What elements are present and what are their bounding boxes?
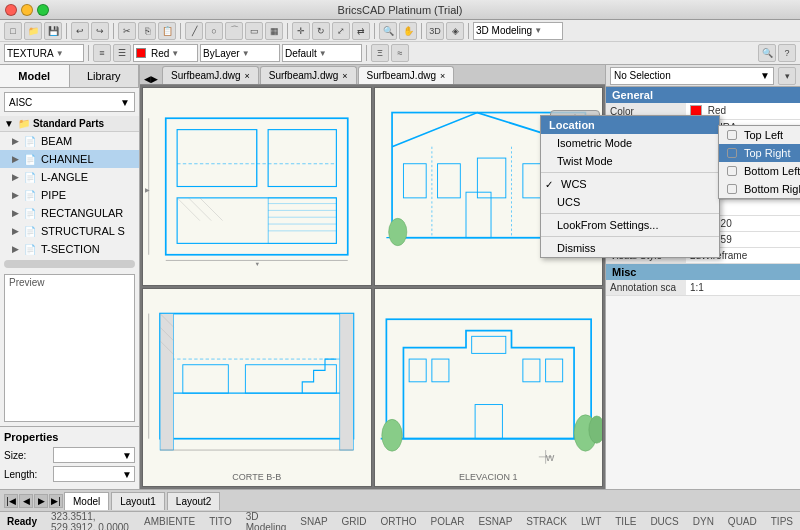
paste-icon[interactable]: 📋 — [158, 22, 176, 40]
selection-dropdown[interactable]: No Selection ▼ — [610, 67, 774, 85]
arc-icon[interactable]: ⌒ — [225, 22, 243, 40]
annotation-value[interactable]: 1:1 — [686, 280, 800, 296]
drawing-tab-2[interactable]: SurfbeamJ.dwg × — [260, 66, 357, 84]
tree-item-rectangular[interactable]: ▶ 📄 RECTANGULAR — [0, 204, 139, 222]
maximize-button[interactable] — [37, 4, 49, 16]
layout-nav-next-icon[interactable]: ▶ — [34, 494, 48, 508]
viewport-3[interactable]: CORTE B-B — [142, 288, 372, 487]
move-icon[interactable]: ✛ — [292, 22, 310, 40]
matchprop-icon[interactable]: ≈ — [391, 44, 409, 62]
mirror-icon[interactable]: ⇄ — [352, 22, 370, 40]
submenu-top-left[interactable]: Top Left — [719, 126, 800, 144]
wcs-item[interactable]: WCS — [541, 175, 719, 193]
minimize-button[interactable] — [21, 4, 33, 16]
linetype-dropdown[interactable]: ByLayer ▼ — [200, 44, 280, 62]
lookfrom-item[interactable]: LookFrom Settings... — [541, 216, 719, 234]
close-tab-2-icon[interactable]: × — [342, 71, 347, 81]
scale-icon[interactable]: ⤢ — [332, 22, 350, 40]
submenu-bottom-right[interactable]: Bottom Right — [719, 180, 800, 198]
layout-tab-2[interactable]: Layout2 — [167, 492, 221, 510]
tree-item-pipe[interactable]: ▶ 📄 PIPE — [0, 186, 139, 204]
ucs-item[interactable]: UCS — [541, 193, 719, 211]
tab-nav-right-icon[interactable]: ▶ — [151, 74, 158, 84]
line-icon[interactable]: ╱ — [185, 22, 203, 40]
layout-nav-prev-icon[interactable]: ◀ — [19, 494, 33, 508]
layout-nav-first-icon[interactable]: |◀ — [4, 494, 18, 508]
ducs-toggle[interactable]: DUCS — [647, 516, 681, 527]
tips-toggle[interactable]: TIPS — [768, 516, 796, 527]
3d-icon[interactable]: 3D — [426, 22, 444, 40]
esnap-toggle[interactable]: ESNAP — [475, 516, 515, 527]
lineweight-dropdown[interactable]: Default ▼ — [282, 44, 362, 62]
lwt-toggle[interactable]: LWT — [578, 516, 604, 527]
close-tab-3-icon[interactable]: × — [440, 71, 445, 81]
snap-toggle[interactable]: SNAP — [297, 516, 330, 527]
new-icon[interactable]: □ — [4, 22, 22, 40]
submenu-bottom-left[interactable]: Bottom Left — [719, 162, 800, 180]
cut-icon[interactable]: ✂ — [118, 22, 136, 40]
quad-toggle[interactable]: QUAD — [725, 516, 760, 527]
rotate-icon[interactable]: ↻ — [312, 22, 330, 40]
tile-toggle[interactable]: TILE — [612, 516, 639, 527]
viewport-1[interactable]: ▶ ▼ — [142, 87, 372, 286]
close-tab-1-icon[interactable]: × — [244, 71, 249, 81]
redo-icon[interactable]: ↪ — [91, 22, 109, 40]
filter-icon[interactable]: ▾ — [778, 67, 796, 85]
ortho-toggle[interactable]: ORTHO — [378, 516, 420, 527]
tree-item-beam[interactable]: ▶ 📄 BEAM — [0, 132, 139, 150]
svg-rect-5 — [177, 130, 257, 187]
aisc-dropdown[interactable]: AISC ▼ — [4, 92, 135, 112]
color-label: Red — [151, 48, 169, 59]
layout-nav-last-icon[interactable]: ▶| — [49, 494, 63, 508]
help-icon[interactable]: ? — [778, 44, 796, 62]
size-input[interactable]: ▼ — [53, 447, 135, 463]
properties-icon[interactable]: Ξ — [371, 44, 389, 62]
polar-toggle[interactable]: POLAR — [428, 516, 468, 527]
library-tab[interactable]: Library — [70, 65, 140, 87]
dyn-toggle[interactable]: DYN — [690, 516, 717, 527]
layout-tab-1[interactable]: Layout1 — [111, 492, 165, 510]
rect-icon[interactable]: ▭ — [245, 22, 263, 40]
workspace-dropdown[interactable]: 3D Modeling ▼ — [473, 22, 563, 40]
tree-item-langle[interactable]: ▶ 📄 L-ANGLE — [0, 168, 139, 186]
drawing-tab-1[interactable]: SurfbeamJ.dwg × — [162, 66, 259, 84]
color-dropdown[interactable]: Red ▼ — [133, 44, 198, 62]
submenu-top-right[interactable]: Top Right — [719, 144, 800, 162]
circle-icon[interactable]: ○ — [205, 22, 223, 40]
svg-line-14 — [200, 198, 223, 221]
strack-toggle[interactable]: STRACK — [523, 516, 570, 527]
layer-icon[interactable]: ≡ — [93, 44, 111, 62]
misc-section-header[interactable]: Misc — [606, 264, 800, 280]
search-icon[interactable]: 🔍 — [758, 44, 776, 62]
save-icon[interactable]: 💾 — [44, 22, 62, 40]
render-icon[interactable]: ◈ — [446, 22, 464, 40]
close-button[interactable] — [5, 4, 17, 16]
undo-icon[interactable]: ↩ — [71, 22, 89, 40]
model-tab[interactable]: Model — [0, 65, 70, 87]
viewport-4[interactable]: W ELEVACION 1 — [374, 288, 604, 487]
hatch-icon[interactable]: ▦ — [265, 22, 283, 40]
grid-toggle[interactable]: GRID — [339, 516, 370, 527]
tab-nav-left-icon[interactable]: ◀ — [144, 74, 151, 84]
model-library-tabs: Model Library — [0, 65, 139, 88]
length-input[interactable]: ▼ — [53, 466, 135, 482]
texture-dropdown[interactable]: TEXTURA ▼ — [4, 44, 84, 62]
drawing-tab-3[interactable]: SurfbeamJ.dwg × — [358, 66, 455, 84]
layer2-icon[interactable]: ☰ — [113, 44, 131, 62]
toolbar-area: □ 📁 💾 ↩ ↪ ✂ ⎘ 📋 ╱ ○ ⌒ ▭ ▦ ✛ ↻ ⤢ ⇄ 🔍 ✋ 3D… — [0, 20, 800, 65]
window-controls[interactable] — [5, 4, 49, 16]
layout-tab-model[interactable]: Model — [64, 492, 109, 510]
tree-item-tsection[interactable]: ▶ 📄 T-SECTION — [0, 240, 139, 258]
tree-scrollbar[interactable] — [4, 260, 135, 268]
ambient-status: AMBIENTE — [141, 516, 198, 527]
svg-rect-52 — [522, 359, 539, 382]
tree-item-channel[interactable]: ▶ 📄 CHANNEL — [0, 150, 139, 168]
copy-icon[interactable]: ⎘ — [138, 22, 156, 40]
open-icon[interactable]: 📁 — [24, 22, 42, 40]
zoom-icon[interactable]: 🔍 — [379, 22, 397, 40]
tree-item-structural-s[interactable]: ▶ 📄 STRUCTURAL S — [0, 222, 139, 240]
twist-mode-item[interactable]: Twist Mode — [541, 152, 719, 170]
pan-icon[interactable]: ✋ — [399, 22, 417, 40]
isometric-mode-item[interactable]: Isometric Mode — [541, 134, 719, 152]
dismiss-item[interactable]: Dismiss — [541, 239, 719, 257]
